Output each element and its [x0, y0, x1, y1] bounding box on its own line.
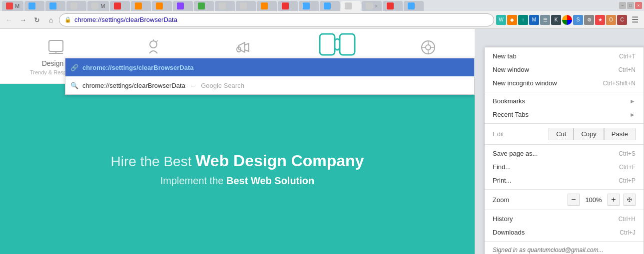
- zoom-plus-button[interactable]: +: [608, 194, 620, 206]
- tab-favicon: [91, 2, 98, 9]
- menu-item-recent-tabs[interactable]: Recent Tabs ►: [485, 108, 644, 121]
- tab-10[interactable]: [194, 1, 214, 11]
- tab-18[interactable]: ×: [362, 1, 382, 11]
- menu-section-zoom: Zoom − 100% + ⧾: [485, 190, 644, 210]
- menu-section-history: History Ctrl+H Downloads Ctrl+J: [485, 210, 644, 242]
- tab-2[interactable]: [24, 1, 44, 11]
- zoom-label: Zoom: [493, 196, 518, 204]
- signed-in-text: Signed in as quantumcloud@gmail.com...: [485, 244, 644, 254]
- menu-item-find[interactable]: Find... Ctrl+F: [485, 160, 644, 174]
- ext-icon-12[interactable]: C: [617, 15, 627, 25]
- tab-favicon: [387, 2, 394, 9]
- hero-text-2: Implement the Best Web Solution: [160, 175, 315, 187]
- hero-section: Hire the Best Web Design Company Impleme…: [0, 84, 475, 254]
- back-button[interactable]: ←: [3, 14, 15, 26]
- address-input[interactable]: [74, 16, 489, 23]
- tab-6[interactable]: [110, 1, 130, 11]
- menu-item-downloads[interactable]: Downloads Ctrl+J: [485, 226, 644, 239]
- svg-point-10: [426, 45, 431, 50]
- browser-body: 🔗 chrome://settings/clearBrowserData 🔍 c…: [0, 29, 644, 254]
- tab-12[interactable]: [236, 1, 256, 11]
- copy-button[interactable]: Copy: [574, 128, 604, 140]
- ext-icon-8[interactable]: S: [573, 15, 583, 25]
- chrome-frame: M M × − □ × ← →: [0, 0, 644, 254]
- tab-favicon: [345, 2, 352, 9]
- autocomplete-site: Google Search: [201, 82, 244, 89]
- ext-icon-2[interactable]: ◆: [507, 15, 517, 25]
- cut-button[interactable]: Cut: [549, 128, 574, 140]
- tab-8[interactable]: [152, 1, 172, 11]
- tab-favicon: [240, 2, 247, 9]
- tab-9[interactable]: [173, 1, 193, 11]
- tab-19[interactable]: [383, 1, 403, 11]
- svg-rect-8: [340, 34, 355, 55]
- svg-line-5: [156, 40, 158, 42]
- zoom-value: 100%: [584, 196, 604, 204]
- ext-icon-3[interactable]: ↑: [518, 15, 528, 25]
- autocomplete-url: chrome://settings/clearBrowserData: [82, 64, 194, 71]
- tab-favicon: [303, 2, 310, 9]
- menu-item-save-page[interactable]: Save page as... Ctrl+S: [485, 147, 644, 160]
- zoom-row: Zoom − 100% + ⧾: [485, 192, 644, 208]
- menu-item-history[interactable]: History Ctrl+H: [485, 212, 644, 226]
- ext-icon-6[interactable]: K: [551, 15, 561, 25]
- tab-favicon: [49, 2, 56, 9]
- content-area: 🔗 chrome://settings/clearBrowserData 🔍 c…: [0, 29, 475, 254]
- tab-favicon: [6, 2, 13, 9]
- maximize-button[interactable]: □: [627, 2, 634, 9]
- tab-20[interactable]: [404, 1, 424, 11]
- reload-button[interactable]: ↻: [31, 14, 43, 26]
- tab-4[interactable]: [66, 1, 86, 11]
- edit-label: Edit: [493, 130, 513, 138]
- menu-section-bookmarks: Bookmarks ► Recent Tabs ►: [485, 92, 644, 124]
- paste-button[interactable]: Paste: [604, 128, 636, 140]
- edit-row: Edit Cut Copy Paste: [485, 126, 644, 142]
- zoom-expand-button[interactable]: ⧾: [624, 194, 636, 206]
- tab-15[interactable]: [299, 1, 319, 11]
- menu-item-new-window[interactable]: New window Ctrl+N: [485, 63, 644, 76]
- tab-gmail[interactable]: M: [2, 1, 23, 11]
- menu-item-bookmarks[interactable]: Bookmarks ►: [485, 94, 644, 108]
- menu-item-new-tab[interactable]: New tab Ctrl+T: [485, 49, 644, 63]
- autocomplete-item-search[interactable]: 🔍 chrome://settings/clearBrowserData – G…: [65, 76, 474, 94]
- forward-button[interactable]: →: [17, 14, 29, 26]
- ext-icon-7[interactable]: [562, 15, 572, 25]
- ext-icon-4[interactable]: M: [529, 15, 539, 25]
- ext-icon-5[interactable]: ☰: [540, 15, 550, 25]
- window-controls: − □ ×: [619, 2, 642, 9]
- menu-item-print[interactable]: Print... Ctrl+P: [485, 174, 644, 187]
- tab-3[interactable]: [45, 1, 65, 11]
- ext-icon-10[interactable]: ★: [595, 15, 605, 25]
- tab-active[interactable]: [341, 1, 361, 11]
- close-button[interactable]: ×: [635, 2, 642, 9]
- svg-rect-7: [320, 34, 335, 55]
- ext-icon-11[interactable]: O: [606, 15, 616, 25]
- lock-icon: 🔒: [64, 16, 71, 23]
- toolbar: ← → ↻ ⌂ 🔒 W ◆ ↑ M ☰ K S ⚙ ★ O C ☰: [0, 11, 644, 29]
- search-icon: 🔍: [70, 82, 78, 89]
- tab-strip: M M ×: [2, 0, 619, 11]
- tab-favicon: [70, 2, 77, 9]
- home-button[interactable]: ⌂: [45, 14, 57, 26]
- autocomplete-item-url[interactable]: 🔗 chrome://settings/clearBrowserData: [65, 58, 474, 76]
- tab-11[interactable]: [215, 1, 235, 11]
- tab-favicon: [28, 2, 35, 9]
- autocomplete-search-url: chrome://settings/clearBrowserData: [82, 82, 185, 89]
- chrome-menu-button[interactable]: ☰: [629, 14, 641, 26]
- ext-icon-9[interactable]: ⚙: [584, 15, 594, 25]
- tab-16[interactable]: [320, 1, 340, 11]
- minimize-button[interactable]: −: [619, 2, 626, 9]
- tab-14[interactable]: [278, 1, 298, 11]
- edit-buttons: Cut Copy Paste: [513, 128, 636, 140]
- logo-icon: [317, 30, 357, 60]
- tab-13[interactable]: [257, 1, 277, 11]
- menu-item-new-incognito[interactable]: New incognito window Ctrl+Shift+N: [485, 76, 644, 90]
- tab-favicon: [135, 2, 142, 9]
- tab-favicon: [114, 2, 121, 9]
- tab-5[interactable]: M: [87, 1, 109, 11]
- svg-point-3: [150, 41, 157, 48]
- ext-icon-1[interactable]: W: [496, 15, 506, 25]
- address-bar: 🔒: [59, 13, 494, 26]
- zoom-minus-button[interactable]: −: [568, 194, 580, 206]
- tab-7[interactable]: [131, 1, 151, 11]
